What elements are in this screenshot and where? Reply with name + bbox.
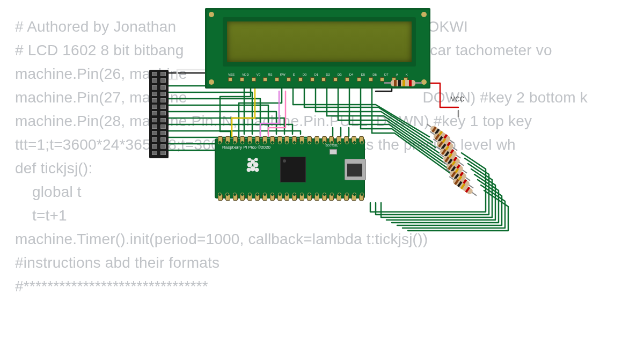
code-line: t=t+1 xyxy=(15,207,67,224)
code-line: ttt=1;t=3600*24*365+28;t=3600*24*2-9 # p… xyxy=(15,136,516,153)
code-line: machine.Pin(27, machine DOWN) #key 2 bot… xyxy=(15,89,588,106)
code-line: # Authored by Jonathan 'OKWI xyxy=(15,18,468,35)
code-line: machine.Timer().init(period=1000, callba… xyxy=(15,231,428,247)
code-line: machine.Pin(28, machine.Pin.IN, machine.… xyxy=(15,113,532,129)
code-line: #******************************* xyxy=(15,278,208,295)
code-line: def tickjsj(): xyxy=(15,160,92,177)
code-line: #instructions abd their formats xyxy=(15,254,219,271)
background-code: # Authored by Jonathan 'OKWI # LCD 1602 … xyxy=(15,15,644,298)
code-line: global t xyxy=(15,183,82,200)
code-line: # LCD 1602 8 bit bitbang ace as car tach… xyxy=(15,42,552,58)
code-line: machine.Pin(26, machine xyxy=(15,65,187,82)
